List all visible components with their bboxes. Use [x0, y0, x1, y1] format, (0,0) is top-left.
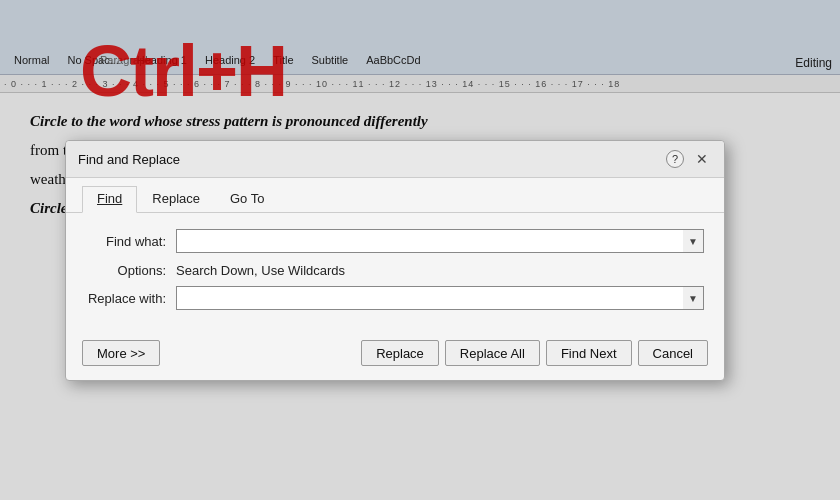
dialog-titlebar: Find and Replace ? ✕: [66, 141, 724, 178]
find-next-button[interactable]: Find Next: [546, 340, 632, 366]
find-what-input-wrap: ▼: [176, 229, 704, 253]
tab-goto[interactable]: Go To: [215, 186, 279, 212]
more-button[interactable]: More >>: [82, 340, 160, 366]
dialog-close-button[interactable]: ✕: [692, 149, 712, 169]
find-what-dropdown-btn[interactable]: ▼: [683, 230, 703, 252]
find-replace-dialog: Find and Replace ? ✕ Find Replace Go To …: [65, 140, 725, 381]
options-row: Options: Search Down, Use Wildcards: [86, 263, 704, 278]
dialog-controls: ? ✕: [666, 149, 712, 169]
find-what-input[interactable]: [177, 230, 683, 252]
footer-left: More >>: [82, 340, 160, 366]
dialog-body: Find what: ▼ Options: Search Down, Use W…: [66, 213, 724, 332]
dialog-footer: More >> Replace Replace All Find Next Ca…: [66, 332, 724, 380]
options-label: Options:: [86, 263, 176, 278]
dialog-title: Find and Replace: [78, 152, 180, 167]
find-what-label: Find what:: [86, 234, 176, 249]
find-what-row: Find what: ▼: [86, 229, 704, 253]
tab-find[interactable]: Find: [82, 186, 137, 213]
dialog-help-button[interactable]: ?: [666, 150, 684, 168]
replace-with-input[interactable]: [177, 287, 683, 309]
dialog-tabs: Find Replace Go To: [66, 178, 724, 213]
replace-with-label: Replace with:: [86, 291, 176, 306]
options-text: Search Down, Use Wildcards: [176, 263, 345, 278]
footer-right: Replace Replace All Find Next Cancel: [361, 340, 708, 366]
tab-replace[interactable]: Replace: [137, 186, 215, 212]
cancel-button[interactable]: Cancel: [638, 340, 708, 366]
replace-with-dropdown-btn[interactable]: ▼: [683, 287, 703, 309]
replace-all-button[interactable]: Replace All: [445, 340, 540, 366]
replace-with-input-wrap: ▼: [176, 286, 704, 310]
replace-with-row: Replace with: ▼: [86, 286, 704, 310]
replace-button[interactable]: Replace: [361, 340, 439, 366]
